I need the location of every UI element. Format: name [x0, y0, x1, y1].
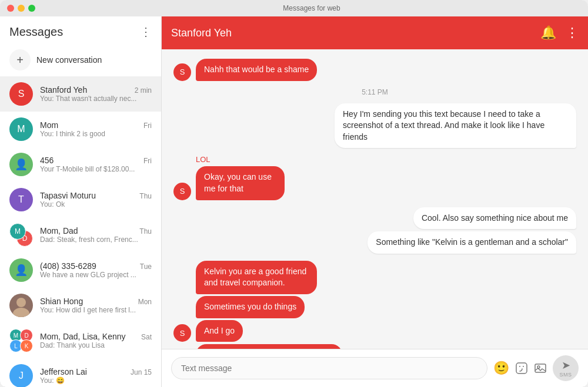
- conv-preview: You: That wasn't actually nec...: [40, 95, 152, 103]
- message-bubble-sent: Cool. Also say something nice about me: [413, 207, 576, 230]
- send-button[interactable]: ➤ SMS: [553, 355, 579, 381]
- conv-info-stanford-yeh: Stanford Yeh 2 min You: That wasn't actu…: [40, 85, 152, 103]
- conv-time: Fri: [143, 157, 152, 165]
- conv-preview: Your T-Mobile bill of $128.00...: [40, 165, 152, 173]
- conv-name: Mom, Dad: [40, 226, 78, 235]
- chat-header-icons: 🔔 ⋮: [540, 25, 579, 41]
- conv-time: Fri: [143, 122, 152, 130]
- sidebar: Messages ⋮ + New conversation S Stanford…: [0, 16, 162, 387]
- message-row: S Kelvin is a gentleman and a scholar: [173, 344, 576, 349]
- image-icon[interactable]: [534, 362, 547, 375]
- conv-preview: Dad: Thank you Lisa: [40, 341, 152, 349]
- chat-header: Stanford Yeh 🔔 ⋮: [162, 16, 588, 49]
- conv-info-mom-dad: Mom, Dad Thu Dad: Steak, fresh corn, Fre…: [40, 226, 152, 244]
- new-conversation-label: New conversation: [36, 55, 102, 65]
- close-button[interactable]: [7, 5, 14, 12]
- message-row: Cool. Also say something nice about me: [173, 207, 576, 230]
- conv-name: Jefferson Lai: [40, 367, 87, 376]
- conv-name: Tapasvi Moturu: [40, 191, 96, 200]
- message-bubble-sent: Something like "Kelvin is a gentleman an…: [368, 231, 576, 254]
- svg-point-1: [13, 308, 29, 317]
- emoji-icon[interactable]: 🙂: [493, 361, 509, 376]
- main-chat: Stanford Yeh 🔔 ⋮ S Nahh that would be a …: [162, 16, 588, 387]
- message-bubble-received: Nahh that would be a shame: [196, 59, 317, 81]
- conversations-list: S Stanford Yeh 2 min You: That wasn't ac…: [0, 76, 161, 387]
- conv-info-phone: (408) 335-6289 Tue We have a new GLG pro…: [40, 261, 152, 279]
- chat-input-area: 🙂 ➤: [162, 349, 588, 387]
- avatar-stanford-yeh: S: [9, 82, 33, 106]
- conv-preview: You: I think 2 is good: [40, 130, 152, 138]
- sender-avatar: S: [173, 63, 191, 81]
- send-label: SMS: [559, 372, 572, 378]
- conv-preview: You: 😄: [40, 376, 152, 385]
- conv-time: Jun 15: [131, 368, 152, 376]
- chat-messages: S Nahh that would be a shame 5:11 PM Hey…: [162, 49, 588, 349]
- svg-point-4: [523, 366, 524, 367]
- conv-item-mom[interactable]: M Mom Fri You: I think 2 is good: [0, 112, 161, 147]
- chat-more-icon[interactable]: ⋮: [566, 25, 579, 41]
- conv-item-stanford-yeh[interactable]: S Stanford Yeh 2 min You: That wasn't ac…: [0, 76, 161, 112]
- minimize-button[interactable]: [18, 5, 25, 12]
- conv-name: Shian Hong: [40, 297, 83, 306]
- svg-point-3: [519, 366, 520, 367]
- conv-info-shian: Shian Hong Mon You: How did I get here f…: [40, 297, 152, 314]
- conv-item-tapasvi[interactable]: T Tapasvi Moturu Thu You: Ok: [0, 182, 161, 217]
- sender-avatar: S: [173, 324, 191, 342]
- message-row: Hey I'm sending you this text because I …: [173, 103, 576, 149]
- sidebar-header: Messages ⋮: [0, 16, 161, 47]
- window-title: Messages for web: [42, 4, 581, 12]
- conv-item-456[interactable]: 👤 456 Fri Your T-Mobile bill of $128.00.…: [0, 147, 161, 182]
- message-input[interactable]: [171, 357, 487, 379]
- avatar-mom: M: [9, 117, 33, 141]
- new-conversation-button[interactable]: + New conversation: [9, 49, 152, 70]
- conv-time: Thu: [139, 192, 152, 200]
- conv-name: Mom: [40, 120, 58, 130]
- conv-info-mom: Mom Fri You: I think 2 is good: [40, 120, 152, 138]
- conv-name: Mom, Dad, Lisa, Kenny: [40, 332, 126, 341]
- conv-time: Thu: [139, 227, 152, 235]
- received-group: S Kelvin you are a good friend and trave…: [173, 261, 576, 342]
- conv-time: Tue: [140, 263, 152, 271]
- avatar-456: 👤: [9, 153, 33, 176]
- message-row: S Nahh that would be a shame: [173, 59, 576, 81]
- message-row: S Okay, you can use me for that: [173, 166, 322, 200]
- message-bubble-received: Sometimes you do things: [196, 296, 305, 318]
- maximize-button[interactable]: [28, 5, 35, 12]
- send-arrow-icon: ➤: [562, 359, 570, 372]
- sticker-icon[interactable]: [515, 362, 528, 375]
- chat-header-name: Stanford Yeh: [171, 27, 540, 39]
- message-bubble-received: Kelvin you are a good friend and travel …: [196, 261, 317, 294]
- svg-point-0: [16, 298, 26, 307]
- svg-rect-5: [535, 364, 546, 372]
- conv-item-mom-dad[interactable]: M D Mom, Dad Thu Dad: Steak, fresh corn,…: [0, 217, 161, 253]
- conv-name: Stanford Yeh: [40, 85, 87, 95]
- message-bubble-sent: Hey I'm sending you this text because I …: [335, 103, 576, 149]
- avatar-jefferson: J: [9, 364, 33, 387]
- conv-item-jefferson[interactable]: J Jefferson Lai Jun 15 You: 😄: [0, 358, 161, 387]
- sidebar-more-icon[interactable]: ⋮: [140, 25, 152, 39]
- conv-item-phone[interactable]: 👤 (408) 335-6289 Tue We have a new GLG p…: [0, 253, 161, 288]
- avatar-mom-dad: M D: [9, 223, 33, 247]
- conv-info-456: 456 Fri Your T-Mobile bill of $128.00...: [40, 156, 152, 173]
- conv-info-group: Mom, Dad, Lisa, Kenny Sat Dad: Thank you…: [40, 332, 152, 349]
- conv-name: 456: [40, 156, 54, 165]
- notification-icon[interactable]: 🔔: [540, 25, 556, 41]
- conv-time: 2 min: [135, 86, 152, 95]
- message-bubble-received: Kelvin is a gentleman and a scholar: [196, 344, 342, 349]
- avatar-tapasvi: T: [9, 188, 33, 211]
- conv-item-shian[interactable]: Shian Hong Mon You: How did I get here f…: [0, 288, 161, 323]
- conv-preview: You: How did I get here first l...: [40, 306, 152, 314]
- received-bubbles-group: Kelvin you are a good friend and travel …: [196, 261, 398, 342]
- lol-text: LOL: [196, 154, 211, 165]
- conv-name: (408) 335-6289: [40, 261, 96, 271]
- conv-preview: We have a new GLG project ...: [40, 271, 152, 279]
- traffic-lights: [7, 5, 35, 12]
- timestamp: 5:11 PM: [173, 88, 576, 96]
- sender-avatar: S: [173, 183, 191, 200]
- conv-preview: You: Ok: [40, 200, 152, 208]
- title-bar: Messages for web: [0, 0, 588, 16]
- avatar-phone: 👤: [9, 258, 33, 282]
- conv-item-group[interactable]: M D L K Mom, Dad, Lisa, Kenny Sat Dad: T…: [0, 323, 161, 358]
- svg-rect-2: [516, 363, 527, 373]
- avatar-group: M D L K: [9, 329, 33, 352]
